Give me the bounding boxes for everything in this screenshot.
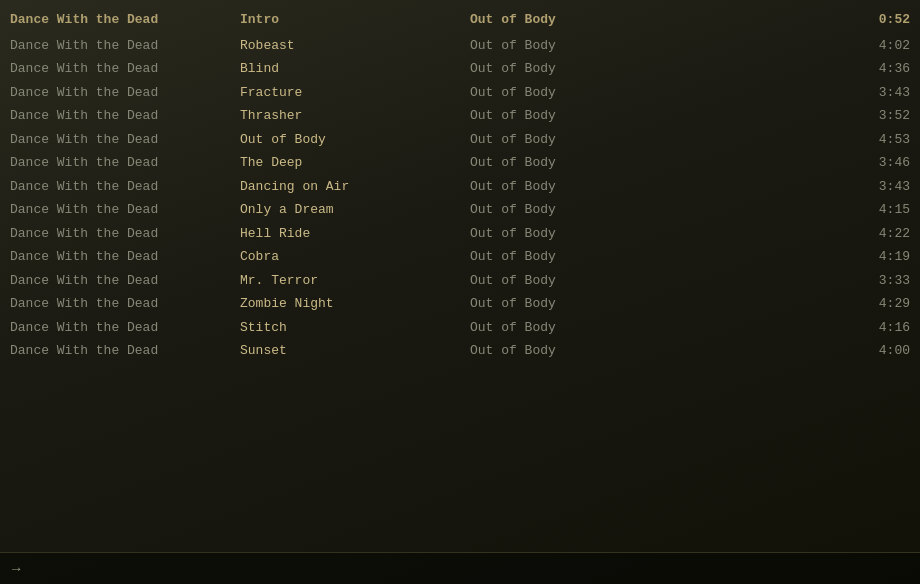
track-title: Fracture [240, 83, 470, 103]
bottom-bar: → [0, 552, 920, 584]
track-title: Hell Ride [240, 224, 470, 244]
header-title: Intro [240, 10, 470, 30]
arrow-icon: → [12, 561, 20, 577]
track-album: Out of Body [470, 224, 670, 244]
track-duration: 4:15 [670, 200, 910, 220]
table-row[interactable]: Dance With the DeadCobraOut of Body4:19 [0, 245, 920, 269]
table-row[interactable]: Dance With the DeadStitchOut of Body4:16 [0, 316, 920, 340]
header-duration: 0:52 [670, 10, 910, 30]
track-title: Only a Dream [240, 200, 470, 220]
track-album: Out of Body [470, 59, 670, 79]
track-artist: Dance With the Dead [10, 271, 240, 291]
track-album: Out of Body [470, 341, 670, 361]
track-album: Out of Body [470, 153, 670, 173]
table-row[interactable]: Dance With the DeadOut of BodyOut of Bod… [0, 128, 920, 152]
track-album: Out of Body [470, 177, 670, 197]
table-row[interactable]: Dance With the DeadThrasherOut of Body3:… [0, 104, 920, 128]
table-row[interactable]: Dance With the DeadZombie NightOut of Bo… [0, 292, 920, 316]
track-title: Mr. Terror [240, 271, 470, 291]
track-album: Out of Body [470, 294, 670, 314]
track-title: The Deep [240, 153, 470, 173]
track-duration: 4:36 [670, 59, 910, 79]
track-duration: 3:46 [670, 153, 910, 173]
track-duration: 4:00 [670, 341, 910, 361]
track-artist: Dance With the Dead [10, 153, 240, 173]
track-duration: 4:22 [670, 224, 910, 244]
header-artist: Dance With the Dead [10, 10, 240, 30]
table-row[interactable]: Dance With the DeadOnly a DreamOut of Bo… [0, 198, 920, 222]
track-album: Out of Body [470, 83, 670, 103]
track-title: Sunset [240, 341, 470, 361]
track-album: Out of Body [470, 271, 670, 291]
track-album: Out of Body [470, 106, 670, 126]
table-row[interactable]: Dance With the DeadSunsetOut of Body4:00 [0, 339, 920, 363]
track-album: Out of Body [470, 200, 670, 220]
track-artist: Dance With the Dead [10, 130, 240, 150]
track-list: Dance With the Dead Intro Out of Body 0:… [0, 0, 920, 371]
track-title: Dancing on Air [240, 177, 470, 197]
table-row[interactable]: Dance With the DeadRobeastOut of Body4:0… [0, 34, 920, 58]
table-row[interactable]: Dance With the DeadThe DeepOut of Body3:… [0, 151, 920, 175]
track-artist: Dance With the Dead [10, 200, 240, 220]
track-artist: Dance With the Dead [10, 106, 240, 126]
track-artist: Dance With the Dead [10, 224, 240, 244]
track-artist: Dance With the Dead [10, 177, 240, 197]
track-duration: 4:02 [670, 36, 910, 56]
track-duration: 4:19 [670, 247, 910, 267]
track-title: Robeast [240, 36, 470, 56]
table-row[interactable]: Dance With the DeadDancing on AirOut of … [0, 175, 920, 199]
track-album: Out of Body [470, 247, 670, 267]
track-artist: Dance With the Dead [10, 341, 240, 361]
track-artist: Dance With the Dead [10, 247, 240, 267]
track-duration: 3:52 [670, 106, 910, 126]
track-duration: 3:43 [670, 177, 910, 197]
table-row[interactable]: Dance With the DeadHell RideOut of Body4… [0, 222, 920, 246]
track-title: Blind [240, 59, 470, 79]
track-duration: 4:16 [670, 318, 910, 338]
track-artist: Dance With the Dead [10, 294, 240, 314]
table-row[interactable]: Dance With the DeadMr. TerrorOut of Body… [0, 269, 920, 293]
track-title: Cobra [240, 247, 470, 267]
track-title: Stitch [240, 318, 470, 338]
track-title: Out of Body [240, 130, 470, 150]
track-album: Out of Body [470, 130, 670, 150]
table-row[interactable]: Dance With the DeadBlindOut of Body4:36 [0, 57, 920, 81]
track-title: Zombie Night [240, 294, 470, 314]
track-album: Out of Body [470, 36, 670, 56]
track-artist: Dance With the Dead [10, 36, 240, 56]
table-row[interactable]: Dance With the DeadFractureOut of Body3:… [0, 81, 920, 105]
track-duration: 3:33 [670, 271, 910, 291]
track-duration: 4:29 [670, 294, 910, 314]
track-title: Thrasher [240, 106, 470, 126]
track-album: Out of Body [470, 318, 670, 338]
track-artist: Dance With the Dead [10, 318, 240, 338]
header-album: Out of Body [470, 10, 670, 30]
track-duration: 4:53 [670, 130, 910, 150]
track-artist: Dance With the Dead [10, 59, 240, 79]
track-list-header: Dance With the Dead Intro Out of Body 0:… [0, 8, 920, 32]
track-duration: 3:43 [670, 83, 910, 103]
track-artist: Dance With the Dead [10, 83, 240, 103]
